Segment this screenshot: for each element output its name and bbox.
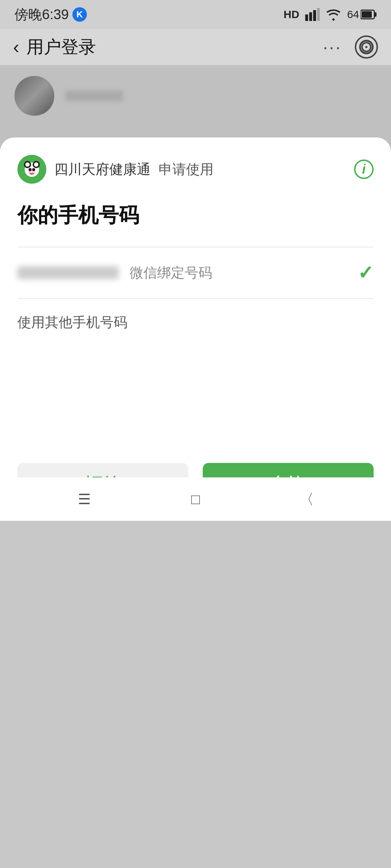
svg-point-19	[34, 162, 38, 167]
info-icon[interactable]: i	[354, 159, 374, 179]
svg-rect-3	[317, 8, 320, 21]
nav-bar: ‹ 用户登录 ···	[0, 29, 391, 65]
svg-rect-6	[362, 11, 372, 18]
scan-icon	[360, 41, 373, 54]
page-title: 用户登录	[26, 35, 323, 59]
more-button[interactable]: ···	[323, 37, 342, 57]
battery-icon	[361, 9, 377, 20]
battery-text: 64	[347, 8, 359, 21]
status-left: 傍晚6:39 K	[14, 5, 87, 24]
status-time: 傍晚6:39	[14, 5, 69, 24]
scan-button[interactable]	[355, 35, 378, 59]
svg-rect-5	[374, 12, 377, 17]
svg-point-7	[362, 43, 371, 51]
sheet-header: 四川天府健康通 申请使用 i	[17, 155, 374, 184]
nav-back[interactable]: 〈	[292, 485, 321, 514]
check-icon: ✓	[358, 262, 374, 284]
main-content-area: 请先登录账号 登录后可查看健康码信息	[0, 65, 391, 521]
svg-point-8	[365, 46, 367, 48]
hd-icon: HD	[283, 8, 299, 21]
app-name: 四川天府健康通	[54, 160, 151, 179]
status-bar: 傍晚6:39 K HD 64	[0, 0, 391, 29]
svg-rect-0	[305, 14, 308, 21]
svg-point-18	[25, 162, 30, 167]
phone-row: 微信绑定号码 ✓	[17, 247, 374, 299]
status-right: HD 64	[283, 8, 377, 21]
sheet-title: 你的手机号码	[17, 202, 374, 229]
signal-icon	[305, 8, 320, 21]
svg-rect-2	[313, 10, 316, 21]
phone-label: 微信绑定号码	[130, 264, 358, 282]
app-action: 申请使用	[159, 160, 214, 179]
battery-container: 64	[347, 8, 377, 21]
phone-number-blur	[17, 266, 119, 279]
nav-menu[interactable]: ☰	[70, 485, 99, 514]
svg-rect-1	[309, 12, 312, 21]
app-icon	[17, 155, 46, 184]
svg-point-22	[32, 168, 35, 171]
app-info: 四川天府健康通 申请使用	[17, 155, 214, 184]
user-info-row	[0, 65, 391, 127]
bottom-nav: ☰ □ 〈	[0, 477, 391, 521]
back-button[interactable]: ‹	[13, 36, 19, 58]
other-phone-option[interactable]: 使用其他手机号码	[17, 299, 374, 346]
svg-point-21	[29, 168, 31, 171]
nav-home[interactable]: □	[181, 485, 210, 514]
wifi-icon	[325, 8, 341, 21]
avatar	[14, 76, 54, 116]
panda-icon-svg	[19, 157, 45, 182]
bottom-sheet: 四川天府健康通 申请使用 i 你的手机号码 微信绑定号码 ✓ 使用其他手机号码 …	[0, 137, 391, 521]
username-blur	[65, 90, 123, 101]
status-badge: K	[72, 7, 87, 22]
